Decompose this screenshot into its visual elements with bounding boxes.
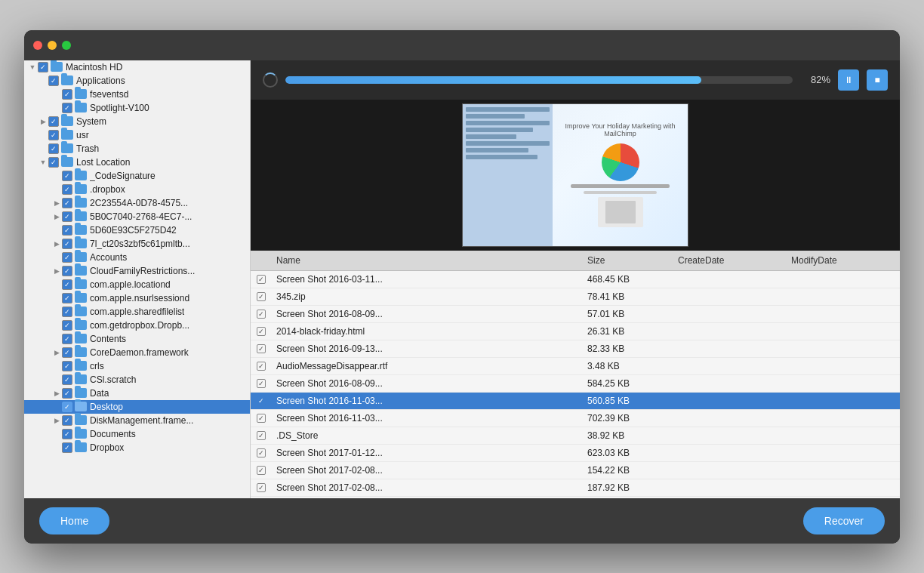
sidebar-item-cloudfamily[interactable]: ▶ CloudFamilyRestrictions... [24, 264, 250, 278]
checkbox-macintosh-hd[interactable] [38, 62, 48, 72]
checkbox-accounts[interactable] [62, 252, 72, 263]
sidebar-item-codesignature[interactable]: ▶ _CodeSignature [24, 169, 250, 183]
checkbox-com-apple-nsurl[interactable] [62, 293, 72, 303]
checkbox-5b0c7040[interactable] [62, 211, 72, 222]
file-checkbox[interactable] [257, 466, 266, 475]
sidebar-item-coredaemon[interactable]: ▶ CoreDaemon.framework [24, 346, 250, 359]
checkbox-coredaemon[interactable] [62, 347, 72, 358]
toggle-icon[interactable]: ▶ [38, 116, 48, 127]
row-check[interactable] [251, 464, 272, 476]
row-check[interactable] [251, 430, 272, 442]
row-check[interactable] [251, 447, 272, 459]
table-row[interactable]: Screen Shot 2016-03-11... 468.45 KB [251, 271, 900, 288]
checkbox-5d60e93c[interactable] [62, 225, 72, 236]
recover-button[interactable]: Recover [803, 507, 885, 534]
file-checkbox[interactable] [257, 344, 266, 353]
pause-button[interactable]: ⏸ [838, 69, 859, 91]
checkbox-trash[interactable] [48, 143, 59, 154]
file-checkbox[interactable] [257, 310, 266, 319]
sidebar-item-2c23554a[interactable]: ▶ 2C23554A-0D78-4575... [24, 196, 250, 210]
maximize-button[interactable] [62, 41, 71, 50]
sidebar-item-5d60e93c[interactable]: ▶ 5D60E93C5F275D42 [24, 223, 250, 237]
checkbox-dropbox[interactable] [62, 184, 72, 195]
row-check[interactable] [251, 325, 272, 337]
checkbox-7l-ct20[interactable] [62, 239, 72, 249]
checkbox-com-getdropbox[interactable] [62, 320, 72, 331]
checkbox-usr[interactable] [48, 130, 59, 140]
toggle-icon[interactable]: ▶ [51, 266, 62, 276]
file-checkbox[interactable] [257, 292, 266, 301]
toggle-icon[interactable]: ▶ [51, 388, 62, 399]
table-row[interactable]: Screen Shot 2016-11-03... 560.85 KB [251, 393, 900, 410]
row-check[interactable] [251, 377, 272, 390]
table-row[interactable]: .DS_Store 38.92 KB [251, 427, 900, 445]
checkbox-data[interactable] [62, 388, 72, 399]
checkbox-com-apple-locationd[interactable] [62, 279, 72, 290]
toggle-icon[interactable]: ▼ [38, 157, 48, 168]
checkbox-desktop[interactable] [62, 402, 72, 412]
file-checkbox[interactable] [257, 483, 266, 492]
table-row[interactable]: 345.zip 78.41 KB [251, 288, 900, 306]
sidebar-item-trash[interactable]: ▶ Trash [24, 142, 250, 156]
checkbox-cloudfamily[interactable] [62, 266, 72, 276]
table-row[interactable]: Screen Shot 2016-08-09... 57.01 KB [251, 306, 900, 323]
row-check[interactable] [251, 308, 272, 320]
sidebar-item-desktop[interactable]: ▶ Desktop [24, 400, 250, 414]
row-check[interactable] [251, 412, 272, 424]
sidebar-item-com-apple-locationd[interactable]: ▶ com.apple.locationd [24, 278, 250, 291]
checkbox-lost-location[interactable] [48, 157, 59, 168]
toggle-icon[interactable]: ▶ [51, 211, 62, 222]
toggle-icon[interactable]: ▶ [51, 198, 62, 208]
file-checkbox[interactable] [257, 379, 266, 388]
toggle-icon[interactable]: ▶ [51, 347, 62, 358]
home-button[interactable]: Home [39, 507, 109, 534]
sidebar-item-contents[interactable]: ▶ Contents [24, 332, 250, 346]
checkbox-documents[interactable] [62, 429, 72, 439]
checkbox-crls[interactable] [62, 361, 72, 371]
checkbox-2c23554a[interactable] [62, 198, 72, 208]
table-row[interactable]: Screen Shot 2017-01-12... 623.03 KB [251, 445, 900, 462]
sidebar-item-documents[interactable]: ▶ Documents [24, 427, 250, 441]
file-checkbox[interactable] [257, 362, 266, 371]
close-button[interactable] [33, 41, 42, 50]
sidebar-item-macintosh-hd[interactable]: ▼ Macintosh HD [24, 60, 250, 74]
checkbox-dropbox2[interactable] [62, 442, 72, 453]
checkbox-diskmanagement[interactable] [62, 415, 72, 426]
table-row[interactable]: Screen Shot 2017-02-08... 187.92 KB [251, 479, 900, 497]
table-row[interactable]: Screen Shot 2017-02-08... 154.22 KB [251, 462, 900, 479]
sidebar-item-com-apple-nsurl[interactable]: ▶ com.apple.nsurlsessiond [24, 291, 250, 305]
sidebar-item-applications[interactable]: ▶ Applications [24, 74, 250, 88]
sidebar-item-fseventsd[interactable]: ▶ fseventsd [24, 88, 250, 101]
stop-button[interactable]: ■ [867, 69, 888, 91]
sidebar-item-data[interactable]: ▶ Data [24, 387, 250, 400]
checkbox-com-apple-shared[interactable] [62, 307, 72, 317]
toggle-icon[interactable]: ▶ [51, 239, 62, 249]
sidebar-item-csi-scratch[interactable]: ▶ CSl.scratch [24, 373, 250, 387]
sidebar-item-diskmanagement[interactable]: ▶ DiskManagement.frame... [24, 414, 250, 427]
toggle-icon[interactable]: ▶ [51, 415, 62, 426]
sidebar-item-accounts[interactable]: ▶ Accounts [24, 251, 250, 264]
checkbox-csi-scratch[interactable] [62, 374, 72, 385]
checkbox-spotlight[interactable] [62, 103, 72, 113]
file-checkbox[interactable] [257, 327, 266, 336]
toggle-icon[interactable]: ▼ [27, 62, 38, 72]
sidebar-item-spotlight[interactable]: ▶ Spotlight-V100 [24, 101, 250, 115]
table-row[interactable]: Screen Shot 2016-09-13... 82.33 KB [251, 340, 900, 358]
sidebar-item-com-getdropbox[interactable]: ▶ com.getdropbox.Dropb... [24, 319, 250, 332]
sidebar-item-system[interactable]: ▶ System [24, 115, 250, 128]
toggle-icon[interactable]: ▶ [38, 75, 48, 86]
sidebar-item-dropbox[interactable]: ▶ .dropbox [24, 183, 250, 196]
row-check[interactable] [251, 273, 272, 285]
checkbox-system[interactable] [48, 116, 59, 127]
table-row[interactable]: AudioMessageDisappear.rtf 3.48 KB [251, 358, 900, 375]
row-check[interactable] [251, 291, 272, 303]
row-check[interactable] [251, 343, 272, 355]
file-checkbox[interactable] [257, 275, 266, 284]
minimize-button[interactable] [48, 41, 57, 50]
checkbox-codesignature[interactable] [62, 171, 72, 181]
row-check[interactable] [251, 395, 272, 407]
file-checkbox[interactable] [257, 431, 266, 440]
sidebar-item-7l-ct20[interactable]: ▶ 7l_ct20s3zbf5c61pmltb... [24, 237, 250, 251]
row-check[interactable] [251, 360, 272, 372]
checkbox-applications[interactable] [48, 75, 59, 86]
